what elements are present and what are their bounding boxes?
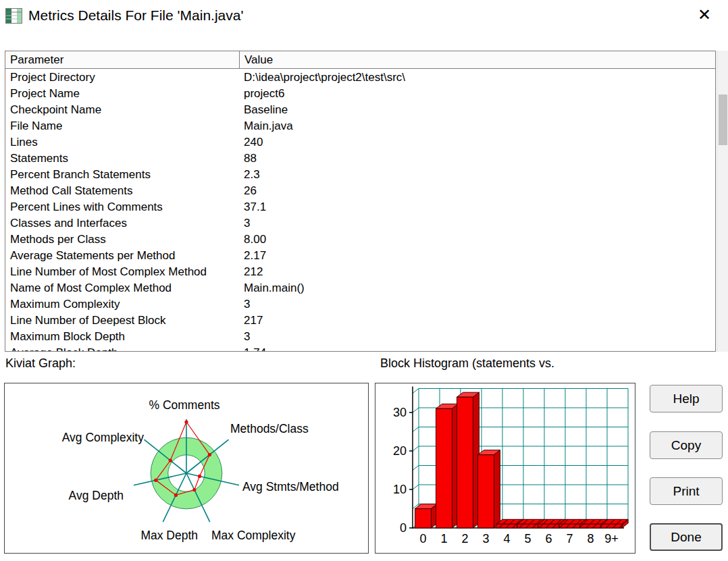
grid-line-depth [413, 408, 419, 412]
value-cell: 3 [239, 296, 715, 312]
y-tick-label: 20 [393, 444, 407, 458]
table-row: Statements88 [5, 150, 715, 166]
x-tick-label: 4 [503, 532, 510, 545]
dialog: Metrics Details For File 'Main.java' ✕ P… [0, 0, 728, 561]
copy-button[interactable]: Copy [650, 431, 723, 459]
table-row: Project DirectoryD:\idea\project\project… [5, 69, 715, 85]
value-cell: 1.74 [239, 344, 715, 352]
title-bar: Metrics Details For File 'Main.java' ✕ [0, 0, 728, 31]
grid-line-depth [413, 389, 419, 394]
x-tick-label: 7 [566, 532, 573, 545]
parameter-cell: Percent Lines with Comments [5, 198, 239, 215]
parameter-cell: File Name [5, 117, 239, 134]
column-header-value[interactable]: Value [239, 51, 715, 68]
kiviat-graph-label: Kiviat Graph: [5, 356, 76, 371]
x-tick-label: 2 [461, 532, 468, 545]
value-cell: 8.00 [239, 231, 715, 247]
bar-side [494, 450, 500, 528]
parameter-cell: Average Statements per Method [5, 247, 239, 263]
value-cell: 3 [239, 215, 715, 231]
bar-front [559, 524, 580, 528]
kiviat-point [169, 458, 172, 462]
bar-front [538, 524, 559, 528]
value-cell: Main.java [239, 117, 715, 134]
kiviat-point [208, 453, 211, 456]
table-row: Percent Lines with Comments37.1 [5, 198, 715, 215]
kiviat-axis-label: Max Complexity [211, 529, 296, 542]
parameter-cell: Maximum Block Depth [5, 328, 239, 344]
print-button[interactable]: Print [650, 477, 723, 505]
table-row: Checkpoint NameBaseline [5, 101, 715, 117]
kiviat-axis-label: Avg Stmts/Method [242, 480, 339, 493]
histogram-label: Block Histogram (statements vs. [380, 356, 554, 371]
table-row: Maximum Block Depth3 [5, 328, 715, 344]
parameter-cell: Lines [5, 134, 239, 150]
table-row: Methods per Class8.00 [5, 231, 715, 247]
x-tick-label: 6 [545, 532, 552, 545]
parameter-cell: Project Name [5, 85, 239, 101]
metrics-table: Parameter Value Project DirectoryD:\idea… [5, 51, 716, 352]
parameter-cell: Line Number of Deepest Block [5, 312, 239, 328]
table-row: Project Nameproject6 [5, 85, 715, 101]
done-button[interactable]: Done [650, 523, 723, 551]
table-row: File NameMain.java [5, 117, 715, 134]
table-row: Name of Most Complex MethodMain.main() [5, 279, 715, 296]
value-cell: Baseline [239, 101, 715, 117]
x-tick-label: 3 [482, 532, 489, 545]
parameter-cell: Methods per Class [5, 231, 239, 247]
table-row: Classes and Interfaces3 [5, 215, 715, 231]
histogram-chart: 01020300123456789+ [375, 383, 635, 553]
block-histogram-panel: 01020300123456789+ [375, 383, 635, 554]
close-button[interactable]: ✕ [692, 3, 717, 26]
kiviat-axis-label: Avg Depth [69, 489, 124, 502]
value-cell: Main.main() [239, 279, 715, 296]
value-cell: 212 [239, 263, 715, 279]
kiviat-point [154, 479, 157, 482]
table-scrollbar[interactable] [717, 51, 728, 352]
value-cell: 217 [239, 312, 715, 328]
table-row: Method Call Statements26 [5, 182, 715, 198]
value-cell: 37.1 [239, 198, 715, 215]
table-row: Percent Branch Statements2.3 [5, 166, 715, 182]
parameter-cell: Percent Branch Statements [5, 166, 239, 182]
column-header-parameter[interactable]: Parameter [5, 51, 239, 68]
table-row: Lines240 [5, 134, 715, 150]
kiviat-point [192, 488, 196, 491]
parameter-cell: Classes and Interfaces [5, 215, 239, 231]
kiviat-point [184, 420, 188, 423]
parameter-cell: Average Block Depth [5, 344, 239, 352]
bar-front [436, 408, 452, 528]
y-tick-label: 30 [393, 406, 407, 419]
table-row: Average Block Depth1.74 [5, 344, 715, 352]
parameter-cell: Checkpoint Name [5, 101, 239, 117]
kiviat-chart: % CommentsMethods/ClassAvg Stmts/MethodM… [5, 383, 368, 553]
metrics-table-body: Project DirectoryD:\idea\project\project… [5, 69, 715, 352]
help-button[interactable]: Help [650, 385, 723, 412]
value-cell: 26 [239, 182, 715, 198]
value-cell: project6 [239, 85, 715, 101]
grid-line-depth [413, 427, 419, 432]
scrollbar-thumb[interactable] [719, 95, 727, 145]
x-tick-label: 8 [587, 532, 594, 545]
bar-front [415, 509, 432, 529]
kiviat-point [198, 475, 201, 478]
kiviat-axis-label: Methods/Class [230, 422, 309, 435]
parameter-cell: Line Number of Most Complex Method [5, 263, 239, 279]
grid-line-depth [413, 485, 419, 489]
value-cell: D:\idea\project\project2\test\src\ [239, 69, 715, 85]
window-title: Metrics Details For File 'Main.java' [28, 7, 243, 24]
x-tick-label: 9+ [604, 532, 619, 545]
bar-front [601, 524, 622, 528]
kiviat-axis-label: Avg Complexity [62, 431, 145, 444]
kiviat-axis-label: Max Depth [140, 529, 198, 542]
y-tick-label: 10 [393, 483, 407, 496]
x-tick-label: 1 [440, 532, 447, 545]
kiviat-point [174, 493, 178, 497]
value-cell: 240 [239, 134, 715, 150]
parameter-cell: Method Call Statements [5, 182, 239, 198]
value-cell: 88 [239, 150, 715, 166]
bar-front [580, 524, 601, 528]
parameter-cell: Maximum Complexity [5, 296, 239, 312]
table-row: Line Number of Most Complex Method212 [5, 263, 715, 279]
kiviat-graph-panel: % CommentsMethods/ClassAvg Stmts/MethodM… [4, 383, 369, 554]
